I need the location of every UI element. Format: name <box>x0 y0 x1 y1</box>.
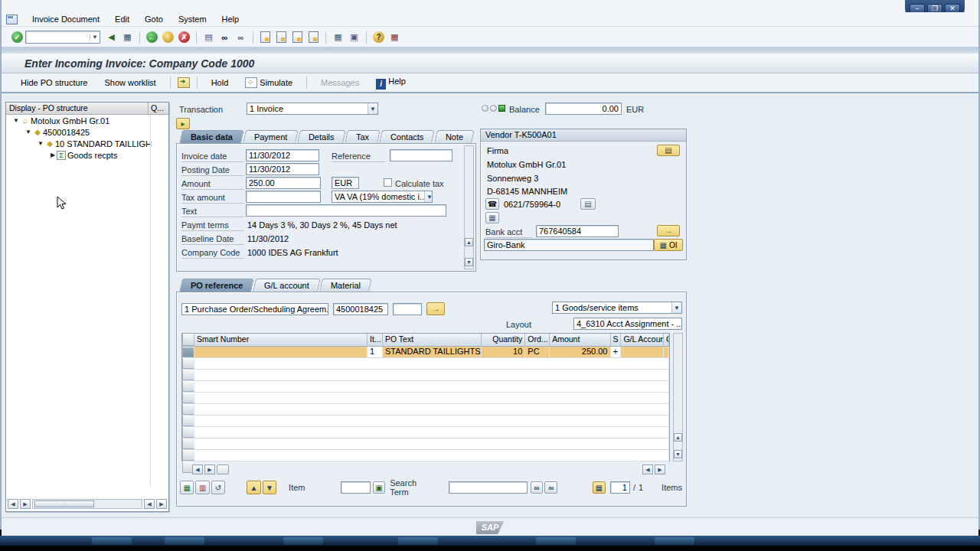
scroll-down-icon[interactable]: ▼ <box>674 450 682 458</box>
search-term-input[interactable] <box>449 481 528 494</box>
hide-po-structure-button[interactable]: Hide PO structure <box>14 75 94 90</box>
scroll-left-icon[interactable]: ◀ <box>144 499 155 509</box>
adopt-button[interactable]: → <box>426 302 445 315</box>
tab-note[interactable]: Note <box>434 130 475 143</box>
table-row-empty[interactable] <box>182 358 669 370</box>
scroll-down-icon[interactable]: ▼ <box>465 258 473 266</box>
scroll-right-icon[interactable]: ▶ <box>20 499 31 509</box>
tab-tax[interactable]: Tax <box>345 130 381 143</box>
po-number-field[interactable]: 4500018425 <box>333 303 388 315</box>
tax-amount-field[interactable] <box>246 191 321 203</box>
tree-item-po[interactable]: ▼ ◆ 4500018425 <box>6 126 168 138</box>
command-dropdown-icon[interactable]: ▼ <box>90 34 100 41</box>
messages-button[interactable]: Messages <box>314 75 366 90</box>
posting-date-field[interactable]: 11/30/2012 <box>246 163 319 175</box>
find-next-icon[interactable]: ∞ <box>234 31 248 44</box>
vendor-address-button[interactable]: ▤ <box>657 145 680 156</box>
fax-icon[interactable]: ▤ <box>580 198 596 210</box>
bank-arrow-button[interactable]: → <box>657 225 680 236</box>
previous-page-icon[interactable] <box>274 31 289 44</box>
menu-invoice-document[interactable]: Invoice Document <box>25 13 106 25</box>
cell-po-text[interactable]: STANDARD TAILLIGHTS <box>383 347 482 357</box>
taskbar-button[interactable] <box>283 537 323 545</box>
menu-goto[interactable]: Goto <box>138 13 170 25</box>
taskbar-button[interactable] <box>165 537 204 545</box>
hold-button[interactable]: Hold <box>204 75 236 90</box>
last-page-icon[interactable] <box>306 31 321 44</box>
oi-button[interactable]: ▦ OI <box>654 239 683 251</box>
enter-icon[interactable]: ✓ <box>10 31 24 44</box>
scroll-right-icon[interactable]: ▶ <box>156 499 167 509</box>
table-row-empty[interactable] <box>182 450 669 461</box>
delete-row-button[interactable]: ▥ <box>195 481 209 494</box>
scroll-right-icon[interactable]: ▶ <box>655 465 665 474</box>
help-icon[interactable]: ? <box>371 31 386 44</box>
row-selector[interactable] <box>182 347 194 357</box>
taskbar-button[interactable] <box>655 537 694 545</box>
item-counter-field[interactable]: 1 <box>610 481 630 494</box>
row-selector[interactable] <box>182 416 194 426</box>
tab-material[interactable]: Material <box>320 279 373 292</box>
item-input[interactable] <box>341 481 371 494</box>
find-button[interactable]: ∞ <box>531 481 544 494</box>
sort-descending-button[interactable]: ▼ <box>263 481 276 494</box>
calculator-button[interactable]: ▦ <box>593 481 606 494</box>
row-selector[interactable] <box>182 450 194 461</box>
table-row-empty[interactable] <box>182 416 669 427</box>
cell-quantity[interactable]: 10 <box>482 347 526 357</box>
back-circle-icon[interactable]: ← <box>145 31 159 44</box>
col-po-text[interactable]: PO Text <box>383 334 482 346</box>
next-page-icon[interactable] <box>290 31 305 44</box>
cell-ord[interactable]: PC <box>525 347 550 357</box>
col-item[interactable]: It... <box>368 334 383 346</box>
command-field[interactable]: ▼ <box>25 31 100 44</box>
scroll-thumb[interactable]: ⁘ <box>34 500 94 507</box>
customize-layout-icon[interactable]: ▦ <box>387 31 402 44</box>
tab-details[interactable]: Details <box>298 130 346 143</box>
cell-smart-number[interactable] <box>194 347 368 357</box>
items-filter-dropdown[interactable]: 1 Goods/service items ▼ <box>552 302 682 314</box>
item-select-icon[interactable]: ▣ <box>373 481 386 494</box>
chevron-right-icon[interactable]: ▶ <box>49 152 57 158</box>
menu-help[interactable]: Help <box>215 13 247 25</box>
cancel-circle-icon[interactable]: ✗ <box>177 31 191 44</box>
scroll-left-icon[interactable]: ◀ <box>192 465 203 474</box>
tree-toggle-button[interactable]: ▸ <box>176 118 190 129</box>
taskbar-button[interactable] <box>92 537 132 545</box>
tree-item-vendor[interactable]: ▼ ⌂ Motolux GmbH Gr.01 <box>6 115 168 126</box>
col-quantity[interactable]: Quantity <box>482 334 526 346</box>
tab-gl-account[interactable]: G/L account <box>253 279 322 292</box>
chevron-down-icon[interactable]: ▼ <box>368 103 377 114</box>
reset-items-button[interactable]: ↺ <box>211 481 225 494</box>
help-button[interactable]: iHelp <box>369 73 413 93</box>
row-selector[interactable] <box>182 404 194 415</box>
taskbar-button[interactable] <box>398 537 438 545</box>
col-ord[interactable]: Ord... <box>525 334 550 346</box>
chevron-down-icon[interactable]: ▼ <box>12 117 20 124</box>
col-smart-number[interactable]: Smart Number <box>194 334 368 346</box>
find-next-button[interactable]: ∞ <box>544 481 557 494</box>
chevron-down-icon[interactable]: ▼ <box>24 129 32 135</box>
text-field[interactable] <box>246 204 446 217</box>
table-row-empty[interactable] <box>182 439 669 450</box>
new-session-icon[interactable]: ▦ <box>331 31 345 44</box>
col-s[interactable]: S <box>611 334 622 346</box>
row-selector[interactable] <box>182 358 194 369</box>
tab-po-reference[interactable]: PO reference <box>179 279 254 292</box>
taskbar-button[interactable] <box>536 537 576 545</box>
scroll-thumb[interactable] <box>217 465 229 474</box>
scroll-track[interactable]: ⁘ <box>32 499 142 509</box>
invoice-date-field[interactable]: 11/30/2012 <box>246 149 319 161</box>
tab-payment[interactable]: Payment <box>243 130 299 143</box>
scroll-right-icon[interactable]: ▶ <box>204 465 215 474</box>
row-selector[interactable] <box>182 381 194 392</box>
cell-s[interactable]: + <box>611 347 622 357</box>
table-row-empty[interactable] <box>182 381 669 393</box>
amount-field[interactable]: 250.00 <box>246 177 321 189</box>
tree-item-goods-receipts[interactable]: ▶ Σ Goods recpts <box>6 149 168 161</box>
table-row-empty[interactable] <box>182 370 669 381</box>
sort-ascending-button[interactable]: ▲ <box>247 481 260 494</box>
currency-field[interactable]: EUR <box>332 177 359 189</box>
insert-row-button[interactable]: ▦ <box>180 481 194 494</box>
simulate-button[interactable]: Simulate <box>238 74 299 91</box>
